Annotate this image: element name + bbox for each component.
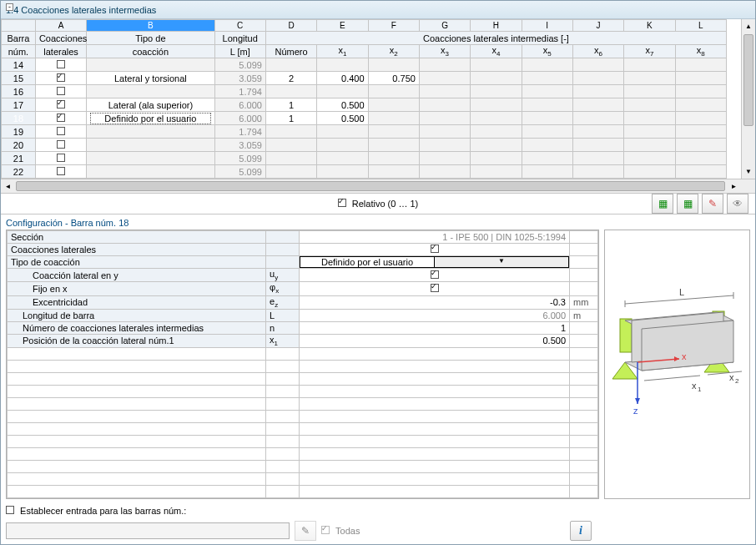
column-letter[interactable]: A <box>35 20 86 32</box>
scroll-left-arrow[interactable]: ◄ <box>1 179 15 193</box>
restraint-type-cell[interactable] <box>87 165 214 179</box>
x-value-cell[interactable] <box>572 139 623 152</box>
restraint-type-cell[interactable] <box>87 85 214 98</box>
prop-value[interactable] <box>300 269 570 282</box>
row-header[interactable]: 15 <box>2 72 36 85</box>
column-letter[interactable]: L <box>675 20 726 32</box>
scroll-thumb-h[interactable] <box>16 181 725 191</box>
x-value-cell[interactable] <box>471 152 522 165</box>
row-header[interactable]: 17 <box>2 98 36 112</box>
lateral-restraint-checkbox[interactable] <box>35 98 86 112</box>
restraint-type-cell[interactable]: Lateral (ala superior) <box>87 98 214 112</box>
x-value-cell[interactable]: 0.750 <box>368 72 419 85</box>
x-value-cell[interactable] <box>368 58 419 72</box>
x-value-cell[interactable] <box>675 112 726 125</box>
x-value-cell[interactable] <box>368 125 419 139</box>
count-cell[interactable]: 2 <box>265 72 316 85</box>
x-value-cell[interactable] <box>522 112 572 125</box>
x-value-cell[interactable]: 0.500 <box>317 112 368 125</box>
x-value-cell[interactable] <box>624 165 675 179</box>
length-cell[interactable]: 5.099 <box>214 58 265 72</box>
x-value-cell[interactable] <box>471 58 522 72</box>
x-value-cell[interactable] <box>624 72 675 85</box>
scroll-up-arrow[interactable]: ▲ <box>742 19 755 33</box>
x-value-cell[interactable] <box>675 125 726 139</box>
restraint-type-cell[interactable] <box>87 152 214 165</box>
x-value-cell[interactable] <box>572 112 623 125</box>
count-cell[interactable]: 1 <box>265 112 316 125</box>
x-value-cell[interactable] <box>419 165 470 179</box>
count-cell[interactable] <box>265 165 316 179</box>
x-value-cell[interactable] <box>624 112 675 125</box>
x-value-cell[interactable] <box>675 72 726 85</box>
x-value-cell[interactable] <box>368 165 419 179</box>
x-value-cell[interactable] <box>471 98 522 112</box>
restraint-type-cell[interactable] <box>87 139 214 152</box>
prop-value[interactable]: 6.000 <box>300 309 570 321</box>
x-value-cell[interactable] <box>522 85 572 98</box>
prop-value[interactable] <box>300 282 570 295</box>
prop-value[interactable]: -0.3 <box>300 295 570 309</box>
x-value-cell[interactable] <box>572 58 623 72</box>
lateral-restraint-checkbox[interactable] <box>35 58 86 72</box>
x-value-cell[interactable] <box>522 125 572 139</box>
column-letter[interactable]: H <box>471 20 522 32</box>
x-value-cell[interactable] <box>624 139 675 152</box>
length-cell[interactable]: 1.794 <box>214 125 265 139</box>
x-value-cell[interactable] <box>317 85 368 98</box>
x-value-cell[interactable] <box>368 112 419 125</box>
relative-checkbox[interactable]: Relativo (0 … 1) <box>338 199 419 209</box>
column-letter[interactable]: G <box>419 20 470 32</box>
export-excel-out-button[interactable]: ▦ <box>652 194 673 214</box>
x-value-cell[interactable] <box>522 98 572 112</box>
x-value-cell[interactable] <box>471 125 522 139</box>
length-cell[interactable]: 5.099 <box>214 165 265 179</box>
x-value-cell[interactable] <box>675 152 726 165</box>
main-grid[interactable]: ABCDEFGHIJKLBarraCoaccionesTipo deLongit… <box>1 19 727 179</box>
lateral-restraint-checkbox[interactable] <box>35 125 86 139</box>
count-cell[interactable] <box>265 125 316 139</box>
x-value-cell[interactable] <box>471 72 522 85</box>
x-value-cell[interactable] <box>368 85 419 98</box>
lateral-restraint-checkbox[interactable] <box>35 165 86 179</box>
scroll-right-arrow[interactable]: ► <box>727 179 741 193</box>
count-cell[interactable] <box>265 58 316 72</box>
x-value-cell[interactable] <box>572 72 623 85</box>
lateral-restraint-checkbox[interactable] <box>35 85 86 98</box>
set-input-for-members-checkbox[interactable]: Establecer entrada para las barras núm.: <box>6 506 186 516</box>
count-cell[interactable] <box>265 85 316 98</box>
x-value-cell[interactable] <box>471 112 522 125</box>
row-header[interactable]: 20 <box>2 139 36 152</box>
all-members-checkbox[interactable]: Todas <box>321 526 360 536</box>
prop-value[interactable]: 1 <box>300 321 570 334</box>
x-value-cell[interactable] <box>368 139 419 152</box>
x-value-cell[interactable] <box>522 58 572 72</box>
x-value-cell[interactable] <box>624 58 675 72</box>
column-letter[interactable]: E <box>317 20 368 32</box>
column-letter[interactable]: D <box>265 20 316 32</box>
length-cell[interactable]: 1.794 <box>214 85 265 98</box>
x-value-cell[interactable] <box>572 98 623 112</box>
length-cell[interactable]: 3.059 <box>214 72 265 85</box>
x-value-cell[interactable] <box>572 165 623 179</box>
prop-value[interactable]: 1 - IPE 500 | DIN 1025-5:1994 <box>300 231 570 244</box>
row-header[interactable]: 19 <box>2 125 36 139</box>
row-header[interactable]: 21 <box>2 152 36 165</box>
x-value-cell[interactable] <box>317 58 368 72</box>
x-value-cell[interactable] <box>419 112 470 125</box>
x-value-cell[interactable] <box>368 98 419 112</box>
row-header[interactable]: 16 <box>2 85 36 98</box>
prop-value[interactable] <box>300 244 570 256</box>
column-letter[interactable]: K <box>624 20 675 32</box>
x-value-cell[interactable] <box>522 152 572 165</box>
x-value-cell[interactable] <box>522 72 572 85</box>
column-letter[interactable]: F <box>368 20 419 32</box>
x-value-cell[interactable] <box>317 139 368 152</box>
scroll-down-arrow[interactable]: ▼ <box>742 164 755 179</box>
x-value-cell[interactable] <box>675 58 726 72</box>
x-value-cell[interactable] <box>675 139 726 152</box>
grid-horizontal-scrollbar[interactable]: ◄ ► <box>1 179 755 193</box>
length-cell[interactable]: 6.000 <box>214 98 265 112</box>
x-value-cell[interactable] <box>572 125 623 139</box>
export-excel-in-button[interactable]: ▦ <box>677 194 698 214</box>
